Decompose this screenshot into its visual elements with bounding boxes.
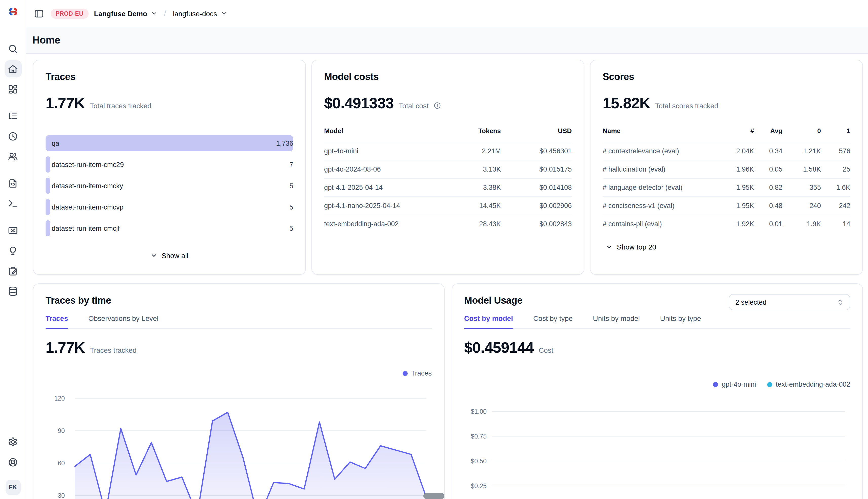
sidebar-item-insights[interactable]	[4, 242, 22, 259]
show-all-button[interactable]: Show all	[147, 250, 191, 261]
horizontal-scrollbar-thumb[interactable]	[423, 493, 444, 499]
environment-badge[interactable]: PROD-EU	[51, 8, 88, 19]
table-cell: # language-detector (eval)	[603, 179, 722, 197]
table-cell: 2.21M	[440, 142, 501, 160]
trace-bar-value: 1,736	[276, 139, 293, 147]
info-icon[interactable]	[434, 102, 441, 109]
table-cell: gpt-4o-2024-08-06	[324, 160, 440, 179]
card-title: Traces by time	[46, 295, 432, 306]
tab-units-by-type[interactable]: Units by type	[660, 314, 701, 328]
show-top-20-button[interactable]: Show top 20	[603, 241, 659, 253]
sidebar-item-support[interactable]	[4, 453, 22, 471]
y-tick-label: 120	[54, 395, 65, 402]
sidebar-item-search[interactable]	[4, 40, 22, 57]
percent-card-icon	[8, 225, 18, 235]
tab-cost-by-type[interactable]: Cost by type	[533, 314, 573, 328]
legend-item[interactable]: text-embedding-ada-002	[767, 380, 850, 388]
table-header-row: ModelTokensUSD	[324, 127, 572, 142]
traces-total: 1.77K	[46, 95, 85, 112]
legend-label: text-embedding-ada-002	[776, 380, 850, 388]
org-switcher[interactable]: Langfuse Demo	[94, 9, 157, 17]
sidebar-item-users[interactable]	[4, 148, 22, 165]
sidebar-item-playground[interactable]	[4, 195, 22, 212]
sidebar-item-annotation-queues[interactable]	[4, 262, 22, 279]
chevron-down-icon	[221, 10, 227, 17]
table-cell: 1.9K	[782, 215, 821, 233]
main-column: PROD-EU Langfuse Demo / langfuse-docs Ho…	[26, 0, 868, 499]
table-cell: gpt-4.1-nano-2025-04-14	[324, 197, 440, 215]
table-head: Name#Avg01	[603, 127, 850, 142]
table-cell: 0.48	[754, 197, 782, 215]
sidebar-bottom: FK	[4, 433, 22, 495]
trace-bar	[46, 135, 293, 151]
usage-cost-label: Cost	[539, 346, 554, 354]
chevrons-up-down-icon	[836, 299, 844, 306]
sidebar-item-tracing[interactable]	[4, 107, 22, 124]
legend-item[interactable]: gpt-4o-mini	[713, 380, 756, 388]
show-top-20-label: Show top 20	[617, 243, 656, 251]
sidebar-item-settings[interactable]	[4, 433, 22, 450]
table-row: # conciseness-v1 (eval)1.95K0.48240242	[603, 197, 850, 215]
table-cell: gpt-4o-mini	[324, 142, 440, 160]
trace-bar	[46, 178, 50, 194]
tab-cost-by-model[interactable]: Cost by model	[464, 314, 513, 328]
table-cell: 14	[821, 215, 850, 233]
table-cell: gpt-4.1-2025-04-14	[324, 179, 440, 197]
model-select-dropdown[interactable]: 2 selected	[729, 294, 850, 310]
trace-bar-row[interactable]: qa1,736	[46, 135, 293, 151]
chevron-down-icon	[606, 243, 613, 251]
trace-bar-value: 5	[289, 224, 293, 232]
dashboard-content: Traces 1.77K Total traces tracked qa1,73…	[26, 54, 868, 499]
user-avatar[interactable]: FK	[5, 480, 21, 495]
terminal-icon	[8, 198, 18, 209]
table-cell: $0.014108	[501, 179, 572, 197]
table-cell: 2.04K	[722, 142, 754, 160]
sidebar-item-dashboards[interactable]	[4, 81, 22, 98]
legend-item[interactable]: Traces	[402, 369, 432, 377]
list-tree-icon	[8, 111, 18, 121]
table-cell: 3.13K	[440, 160, 501, 179]
traces-card: Traces 1.77K Total traces tracked qa1,73…	[33, 60, 306, 275]
table-cell: # contains-pii (eval)	[603, 215, 722, 233]
sidebar-item-evaluation[interactable]	[4, 222, 22, 239]
sidebar-item-sessions[interactable]	[4, 127, 22, 145]
page-header: Home	[26, 27, 868, 54]
sidebar-item-datasets[interactable]	[4, 282, 22, 300]
table-cell: $0.015175	[501, 160, 572, 179]
table-cell: $0.456301	[501, 142, 572, 160]
legend-dot	[767, 382, 772, 387]
y-tick-label: 60	[58, 460, 65, 466]
traces-by-time-tabs: TracesObservations by Level	[46, 314, 432, 329]
app-window: FK PROD-EU Langfuse Demo / langfuse-docs…	[0, 0, 868, 499]
table-cell: 1.92K	[722, 215, 754, 233]
trace-bar-row[interactable]: dataset-run-item-cmcvp5	[46, 199, 293, 215]
tab-observations-by-level[interactable]: Observations by Level	[88, 314, 158, 328]
y-tick-label: 90	[58, 427, 65, 434]
traces-total-label: Total traces tracked	[90, 102, 152, 110]
top-bar: PROD-EU Langfuse Demo / langfuse-docs	[26, 0, 868, 27]
home-icon	[8, 63, 18, 74]
table-row: # contains-pii (eval)1.92K0.011.9K14	[603, 215, 850, 233]
table-header-row: Name#Avg01	[603, 127, 850, 142]
usage-cost: $0.459144	[464, 339, 534, 356]
scores-card: Scores 15.82K Total scores tracked Name#…	[590, 60, 863, 275]
trace-bar-row[interactable]: dataset-run-item-cmcjf5	[46, 220, 293, 236]
show-all-label: Show all	[162, 252, 188, 260]
table-cell: 14.45K	[440, 197, 501, 215]
sidebar-toggle-button[interactable]	[33, 7, 45, 20]
trace-bar-label: dataset-run-item-cmcjf	[52, 224, 120, 232]
column-header: 1	[821, 127, 850, 142]
sidebar-item-prompts[interactable]	[4, 174, 22, 192]
langfuse-logo[interactable]	[6, 5, 20, 18]
table-cell: 355	[782, 179, 821, 197]
project-switcher[interactable]: langfuse-docs	[173, 9, 227, 17]
trace-bar-row[interactable]: dataset-run-item-cmcky5	[46, 178, 293, 194]
tab-units-by-model[interactable]: Units by model	[593, 314, 640, 328]
card-title: Scores	[603, 71, 850, 83]
column-header: Model	[324, 127, 440, 142]
sidebar-item-home[interactable]	[4, 60, 22, 77]
table-cell: 0.01	[754, 215, 782, 233]
trace-bar-row[interactable]: dataset-run-item-cmc297	[46, 156, 293, 173]
tab-traces[interactable]: Traces	[46, 314, 68, 328]
chart-legend: Traces	[46, 369, 432, 377]
